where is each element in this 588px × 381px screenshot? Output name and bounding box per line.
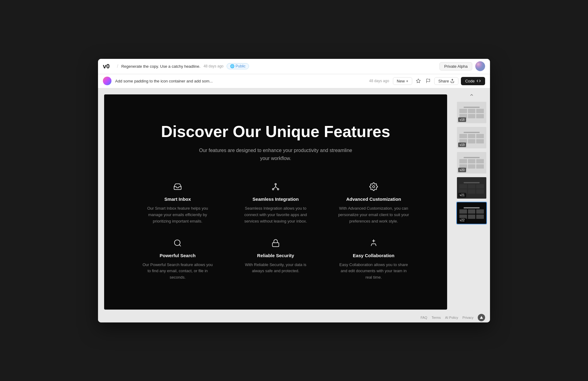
private-alpha-button[interactable]: Private Alpha [439, 62, 472, 70]
code-button[interactable]: Code [461, 77, 485, 85]
feature-name-reliable-security: Reliable Security [257, 253, 294, 258]
chevron-up-icon [469, 93, 474, 97]
version-label-v19: v19 [458, 143, 466, 147]
feature-name-powerful-search: Powerful Search [160, 253, 196, 258]
flag-button[interactable] [424, 77, 432, 85]
plus-icon: + [406, 79, 409, 83]
version-thumb-v21[interactable]: v21 [456, 177, 487, 199]
feature-card-powerful-search: Powerful Search Our Powerful Search feat… [138, 237, 217, 281]
feature-desc-easy-collaboration: Easy Collaboration allows you to share a… [337, 262, 410, 281]
avatar-image [475, 61, 485, 71]
search-icon [172, 237, 184, 249]
settings-icon [368, 181, 380, 193]
version-label-v21: v21 [458, 193, 466, 197]
svg-point-11 [373, 186, 375, 188]
version-label-v20: v20 [458, 168, 466, 172]
feature-desc-advanced-customization: With Advanced Customization, you can per… [337, 205, 410, 224]
topbar-title: Regenerate the copy. Use a catchy headli… [121, 64, 200, 69]
feature-name-easy-collaboration: Easy Collaboration [353, 253, 394, 258]
version-label-v18: v18 [458, 117, 466, 122]
svg-rect-14 [273, 243, 279, 247]
svg-text:v0: v0 [103, 63, 110, 70]
version-thumb-v19[interactable]: v19 [456, 126, 487, 149]
svg-point-1 [475, 61, 485, 71]
code-icon [477, 79, 481, 83]
version-thumb-v22[interactable]: v22 [456, 202, 487, 224]
svg-marker-20 [480, 316, 483, 319]
inbox-icon [172, 181, 184, 193]
logo-area: v0 [103, 63, 114, 70]
feature-card-reliable-security: Reliable Security With Reliable Security… [236, 237, 315, 281]
prompt-time: 48 days ago [369, 79, 389, 83]
share-icon [450, 79, 454, 83]
feature-name-seamless-integration: Seamless Integration [253, 196, 299, 202]
footer-link-faq[interactable]: FAQ [420, 316, 427, 319]
v0-logo: v0 [103, 63, 114, 70]
new-label: New [397, 79, 405, 83]
features-title: Discover Our Unique Features [161, 123, 390, 140]
topbar: v0 / Regenerate the copy. Use a catchy h… [98, 59, 490, 74]
report-icon [480, 316, 483, 319]
footer-link-terms[interactable]: Terms [432, 316, 441, 319]
feature-desc-powerful-search: Our Powerful Search feature allows you t… [141, 262, 214, 281]
merge-icon [270, 181, 282, 193]
promptbar-right: New + Share Code [393, 77, 485, 85]
prompt-text: Add some padding to the icon container a… [115, 79, 365, 83]
svg-marker-2 [417, 79, 420, 83]
public-badge[interactable]: 🌐 Public [227, 63, 249, 69]
version-thumb-v18[interactable]: v18 [456, 101, 487, 124]
share-label: Share [438, 79, 449, 83]
footer-link-ai-policy[interactable]: AI Policy [445, 316, 458, 319]
breadcrumb-sep: / [117, 64, 118, 69]
feature-desc-smart-inbox: Our Smart Inbox feature helps you manage… [141, 205, 214, 224]
feature-desc-seamless-integration: Seamless Integration allows you to conne… [239, 205, 312, 224]
feature-desc-reliable-security: With Reliable Security, your data is alw… [239, 262, 312, 275]
feature-card-smart-inbox: Smart Inbox Our Smart Inbox feature help… [138, 181, 217, 224]
svg-point-7 [277, 189, 279, 190]
app-window: v0 / Regenerate the copy. Use a catchy h… [98, 59, 490, 322]
footer: FAQ Terms AI Policy Privacy [98, 313, 490, 322]
public-badge-label: 🌐 Public [230, 64, 246, 68]
feature-card-easy-collaboration: Easy Collaboration Easy Collaboration al… [334, 237, 413, 281]
preview-area: Discover Our Unique Features Our feature… [98, 88, 453, 313]
feature-card-seamless-integration: Seamless Integration Seamless Integratio… [236, 181, 315, 224]
star-icon [416, 78, 421, 83]
svg-point-12 [175, 240, 180, 246]
version-panel: v18 v19 [453, 88, 490, 313]
flag-icon [426, 78, 431, 83]
svg-line-9 [274, 187, 276, 189]
report-button[interactable] [478, 314, 485, 321]
prompt-avatar [103, 77, 111, 85]
avatar[interactable] [475, 61, 485, 71]
version-thumb-v20[interactable]: v20 [456, 151, 487, 174]
version-label-v22: v22 [458, 218, 466, 223]
features-subtitle: Our features are designed to enhance you… [199, 147, 352, 162]
topbar-time: 48 days ago [203, 64, 223, 68]
feature-name-advanced-customization: Advanced Customization [346, 196, 401, 202]
lock-icon [270, 237, 282, 249]
footer-link-privacy[interactable]: Privacy [462, 316, 473, 319]
chevron-up-button[interactable] [468, 91, 475, 99]
preview-canvas: Discover Our Unique Features Our feature… [104, 94, 447, 310]
feature-name-smart-inbox: Smart Inbox [164, 196, 191, 202]
new-button[interactable]: New + [393, 77, 413, 85]
svg-line-13 [179, 245, 181, 246]
main-area: Discover Our Unique Features Our feature… [98, 88, 490, 313]
star-button[interactable] [415, 77, 422, 85]
promptbar: Add some padding to the icon container a… [98, 74, 490, 88]
svg-line-18 [375, 244, 376, 246]
collaboration-icon [368, 237, 380, 249]
share-button[interactable]: Share [434, 77, 458, 85]
svg-point-5 [275, 184, 277, 185]
svg-line-10 [276, 187, 277, 189]
features-grid: Smart Inbox Our Smart Inbox feature help… [138, 181, 413, 281]
code-label: Code [465, 79, 475, 83]
svg-point-6 [273, 189, 274, 190]
topbar-right: Private Alpha [439, 61, 485, 71]
feature-card-advanced-customization: Advanced Customization With Advanced Cus… [334, 181, 413, 224]
svg-line-17 [371, 244, 372, 246]
